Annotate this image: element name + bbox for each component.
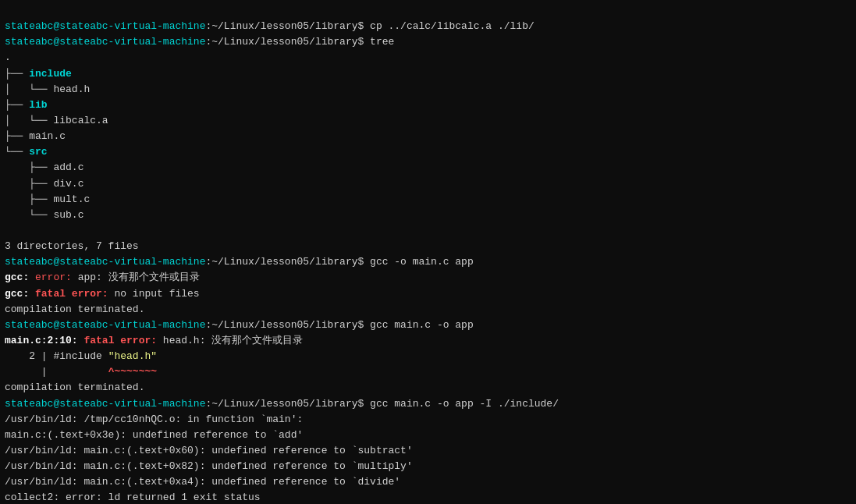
line-5: │ └── head.h (5, 83, 90, 95)
line-6: ├── lib (5, 99, 48, 111)
line-29: /usr/bin/ld: main.c:(.text+0x82): undefi… (5, 460, 413, 472)
line-20: stateabc@stateabc-virtual-machine:~/Linu… (5, 319, 474, 331)
line-22: 2 | #include "head.h" (5, 350, 157, 362)
line-1: stateabc@stateabc-virtual-machine:~/Linu… (5, 20, 535, 32)
line-17: gcc: error: app: 没有那个文件或目录 (5, 272, 200, 283)
line-31: collect2: error: ld returned 1 exit stat… (5, 492, 261, 503)
line-25: stateabc@stateabc-virtual-machine:~/Linu… (5, 398, 559, 410)
line-30: /usr/bin/ld: main.c:(.text+0xa4): undefi… (5, 476, 400, 488)
line-4: ├── include (5, 68, 72, 80)
line-12: ├── mult.c (5, 193, 90, 205)
line-27: main.c:(.text+0x3e): undefined reference… (5, 429, 303, 441)
line-18: gcc: fatal error: no input files (5, 288, 200, 300)
line-9: └── src (5, 146, 48, 158)
line-7: │ └── libcalc.a (5, 115, 108, 126)
line-8: ├── main.c (5, 130, 66, 142)
line-13: └── sub.c (5, 209, 83, 221)
line-2: stateabc@stateabc-virtual-machine:~/Linu… (5, 36, 394, 48)
line-26: /usr/bin/ld: /tmp/cc10nhQC.o: in functio… (5, 413, 303, 425)
line-11: ├── div.c (5, 178, 83, 190)
line-23: | ^~~~~~~~ (5, 366, 157, 378)
line-28: /usr/bin/ld: main.c:(.text+0x60): undefi… (5, 445, 413, 456)
terminal: stateabc@stateabc-virtual-machine:~/Linu… (0, 0, 856, 504)
line-21: main.c:2:10: fatal error: head.h: 没有那个文件… (5, 335, 303, 346)
line-3: . (5, 51, 11, 63)
line-24: compilation terminated. (5, 382, 144, 393)
line-19: compilation terminated. (5, 303, 144, 315)
line-16: stateabc@stateabc-virtual-machine:~/Linu… (5, 256, 474, 268)
line-15: 3 directories, 7 files (5, 240, 139, 252)
line-10: ├── add.c (5, 161, 83, 173)
